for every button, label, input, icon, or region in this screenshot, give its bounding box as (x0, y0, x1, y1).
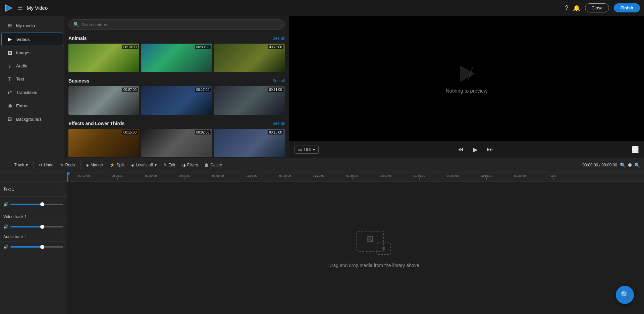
filters-label: Filters (187, 163, 198, 167)
zoom-out-icon[interactable]: 🔍 (634, 162, 640, 168)
preview-play-icon (457, 64, 477, 84)
ruler-mark: 00:20:00 (101, 174, 134, 180)
ruler-label: 02:3 (550, 174, 556, 177)
volume-slider-video1[interactable] (10, 226, 63, 227)
play-button[interactable]: ▶ (473, 146, 478, 153)
topbar-right: ? 🔔 Close Finish (565, 3, 640, 12)
media-thumb[interactable]: 00:17:00 (141, 86, 212, 115)
track-label-text1: Text 1 ⋮ (0, 182, 67, 197)
media-thumb[interactable]: 00:02:00 (141, 129, 212, 157)
delete-button[interactable]: 🗑 Delete (202, 161, 225, 169)
sidebar-item-backgrounds[interactable]: ⊟ Backgrounds (1, 113, 63, 125)
ruler-label: 02:10:00 (480, 174, 492, 177)
sidebar-item-extras[interactable]: ◎ Extras (1, 99, 63, 112)
ruler-mark: 02:10:00 (470, 174, 503, 180)
redo-button[interactable]: ↻ Redo (57, 161, 77, 169)
my-media-icon: ⊞ (7, 22, 13, 29)
undo-button[interactable]: ↺ Undo (36, 161, 56, 169)
media-thumb[interactable]: 00:30:00 (141, 44, 212, 72)
track-section-video1: Video track 1 ⋮ 🔊 (0, 212, 67, 232)
volume-thumb-video1 (40, 225, 44, 229)
business-grid: 00:07:00 00:17:00 00:11:00 (68, 86, 285, 115)
track-more-text1[interactable]: ⋮ (59, 187, 63, 192)
media-thumb[interactable]: 00:10:00 (68, 44, 139, 72)
sidebar-item-audio[interactable]: ♪ Audio (1, 60, 63, 72)
split-label: Split (116, 163, 124, 167)
volume-slider-text1[interactable] (10, 204, 63, 205)
levels-button[interactable]: ◈ Levels off ▾ (128, 161, 159, 169)
logo-icon (4, 3, 13, 13)
filters-button[interactable]: ◑ Filters (179, 161, 201, 169)
split-button[interactable]: ⚡ Split (107, 161, 127, 169)
sidebar-item-images[interactable]: 🖼 Images (1, 47, 63, 59)
playhead[interactable] (67, 172, 68, 181)
finish-button[interactable]: Finish (614, 3, 640, 12)
add-track-label: + Track (11, 163, 24, 167)
sidebar-item-text[interactable]: T Text (1, 73, 63, 85)
volume-icon-text1: 🔊 (3, 202, 8, 207)
track-volume-text1: 🔊 (0, 197, 67, 212)
close-button[interactable]: Close (585, 3, 609, 12)
track-volume-audio1: 🔊 (0, 242, 67, 252)
notification-icon[interactable]: 🔔 (573, 4, 580, 12)
ruler-label: 00:10:00 (78, 174, 90, 177)
time-display: 00:00:00 / 00:00:00 (583, 163, 617, 167)
ruler-mark: 02:00:00 (436, 174, 470, 180)
zoom-in-icon[interactable]: 🔍 (620, 162, 626, 168)
time-display-area: 00:00:00 / 00:00:00 🔍 🔍 (583, 162, 640, 168)
sidebar-item-my-media[interactable]: ⊞ My media (1, 19, 63, 32)
search-fab-button[interactable]: 🔍 (616, 286, 634, 304)
undo-label: Undo (44, 163, 54, 167)
skip-back-button[interactable]: ⏮ (458, 146, 464, 153)
volume-icon-video1: 🔊 (3, 224, 8, 229)
media-thumb[interactable]: 00:15:00 (68, 129, 139, 157)
ruler-tick (184, 177, 185, 180)
menu-icon[interactable]: ☰ (17, 4, 23, 12)
volume-icon-audio1: 🔊 (3, 245, 8, 249)
sidebar-item-label: Audio (16, 63, 27, 68)
track-section-text1: Text 1 ⋮ 🔊 (0, 182, 67, 212)
aspect-ratio-label: 16:9 (304, 147, 311, 152)
extras-icon: ◎ (7, 103, 13, 109)
see-all-effects[interactable]: See all (272, 121, 285, 126)
media-duration: 00:10:00 (122, 45, 138, 49)
ruler-mark: 01:40:00 (369, 174, 402, 180)
sidebar-item-label: Backgrounds (16, 117, 42, 122)
separator (80, 161, 80, 169)
redo-label: Redo (65, 163, 75, 167)
timeline-tracks-left: Text 1 ⋮ 🔊 Video track 1 ⋮ 🔊 (0, 172, 67, 314)
media-thumb[interactable]: 00:07:00 (68, 86, 139, 115)
sidebar-item-transitions[interactable]: ⇄ Transitions (1, 86, 63, 99)
levels-icon: ◈ (131, 163, 134, 167)
ruler-tick (453, 177, 453, 180)
media-duration: 00:23:00 (268, 45, 283, 49)
track-more-video1[interactable]: ⋮ (59, 214, 63, 219)
sidebar-item-label: Extras (16, 103, 29, 108)
add-track-button[interactable]: + + Track ▾ (4, 161, 31, 169)
volume-slider-audio1[interactable] (10, 246, 63, 248)
audio-track-number: 1 (24, 234, 27, 239)
marker-button[interactable]: ◈ Marker (83, 161, 106, 169)
media-thumb[interactable]: 00:15:00 (214, 129, 285, 157)
ruler-tick (218, 177, 218, 180)
sidebar-item-videos[interactable]: ▶ Videos (1, 33, 63, 46)
help-icon[interactable]: ? (565, 4, 568, 11)
fullscreen-button[interactable]: ⛶ (632, 146, 639, 153)
sidebar: ⊞ My media ▶ Videos 🖼 Images ♪ Audio T T… (0, 16, 64, 158)
aspect-ratio-button[interactable]: ▭ 16:9 ▾ (294, 146, 319, 154)
search-box[interactable]: 🔍 (68, 19, 285, 30)
media-scroll[interactable]: Animals See all 00:10:00 00:30:00 00:23:… (64, 33, 289, 158)
see-all-business[interactable]: See all (272, 78, 285, 83)
skip-forward-button[interactable]: ⏭ (487, 146, 493, 153)
search-input[interactable] (82, 22, 280, 27)
delete-label: Delete (210, 163, 222, 167)
media-duration: 00:17:00 (195, 88, 211, 92)
media-thumb[interactable]: 00:11:00 (214, 86, 285, 115)
see-all-animals[interactable]: See all (272, 36, 285, 41)
sidebar-item-label: Transitions (16, 90, 37, 95)
media-thumb[interactable]: 00:23:00 (214, 44, 285, 72)
timeline-ruler: 00:10:0000:20:0000:30:0000:40:0000:50:00… (67, 172, 644, 182)
track-more-audio1[interactable]: ⋮ (59, 234, 63, 240)
edit-button[interactable]: ✎ Edit (161, 161, 178, 169)
delete-icon: 🗑 (205, 163, 209, 167)
